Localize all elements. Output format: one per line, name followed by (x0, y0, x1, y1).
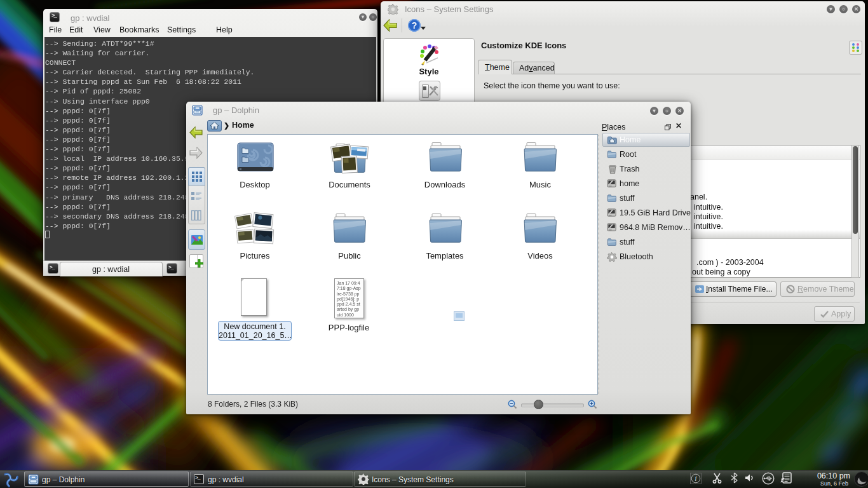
svg-text:?: ? (412, 20, 417, 30)
svg-text:i: i (695, 474, 696, 483)
